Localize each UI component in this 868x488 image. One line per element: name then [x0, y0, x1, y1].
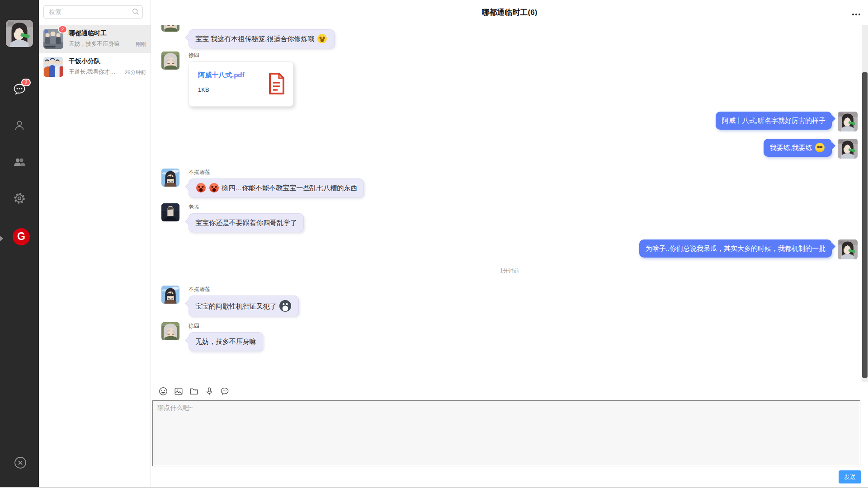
avatar[interactable] [161, 169, 179, 187]
emoji-icon[interactable] [158, 386, 168, 396]
chat-item-title: 干饭小分队 [69, 57, 100, 66]
message-text: 为啥子..你们总说我呆瓜，其实大多的时候，我都机制的一批 [646, 244, 826, 252]
sender-name: 徐四 [189, 322, 263, 330]
message-bubble: 宝宝的间歇性机智证又犯了 [189, 296, 299, 316]
avatar[interactable] [161, 52, 179, 70]
more-icon[interactable] [851, 12, 862, 17]
expand-arrow-icon[interactable] [0, 236, 3, 241]
avatar[interactable] [161, 286, 179, 304]
message-bubble: 宝宝 我这有本祖传秘笈,很适合你修炼哦 [189, 29, 335, 48]
chat-item-badge: 2 [58, 25, 67, 33]
chat-item-avatar [43, 57, 63, 77]
avatar[interactable] [161, 25, 179, 32]
mic-icon[interactable] [204, 386, 214, 396]
chat-item-preview: 王道长,我看你才… [69, 68, 115, 76]
message-input[interactable] [152, 400, 860, 466]
composer-toolbar [158, 386, 230, 396]
message-row: 不摇碧莲 徐四…你能不能不教宝宝一些乱七八糟的东西 [161, 169, 858, 197]
send-button[interactable]: 发送 [839, 470, 861, 483]
user-avatar[interactable] [6, 20, 33, 47]
composer: 发送 [151, 382, 868, 488]
message-text: 无妨，技多不压身嘛 [195, 338, 256, 345]
message-row: 不摇碧莲 宝宝的间歇性机智证又犯了 [161, 286, 858, 316]
sender-name: 不摇碧莲 [189, 286, 299, 293]
folder-icon[interactable] [189, 386, 199, 396]
chat-header: 哪都通临时工(6) [151, 0, 868, 25]
message-row: 为啥子..你们总说我呆瓜，其实大多的时候，我都机制的一批 [161, 239, 858, 259]
sender-name: 老孟 [189, 203, 304, 211]
message-text: 徐四…你能不能不教宝宝一些乱七八糟的东西 [195, 184, 357, 192]
sidebar-item-settings[interactable] [0, 192, 39, 207]
scrollbar-thumb[interactable] [862, 72, 868, 378]
search-input[interactable] [43, 5, 143, 19]
message-row: 我要练,我要练 [161, 139, 858, 159]
message-row: 阿威十八式,听名字就好厉害的样子 [161, 112, 858, 131]
message-text: 宝宝你还是不要跟着你四哥乱学了 [195, 219, 297, 226]
avatar[interactable] [838, 239, 858, 259]
message-text: 宝宝的间歇性机智证又犯了 [195, 302, 292, 310]
chat-title: 哪都通临时工(6) [151, 0, 868, 25]
message-text: 我要练,我要练 [770, 144, 826, 151]
unread-badge: 2 [21, 79, 31, 86]
chat-item-title: 哪都通临时工 [69, 29, 107, 38]
pdf-icon [268, 72, 286, 95]
sidebar: 2 G [0, 0, 39, 488]
avatar[interactable] [161, 322, 179, 340]
chat-list-item[interactable]: 干饭小分队 王道长,我看你才… 26分钟前 [39, 53, 151, 81]
message-row: 宝宝 我这有本祖传秘笈,很适合你修炼哦 [161, 29, 858, 48]
avatar[interactable] [838, 112, 858, 131]
scrollbar-track [862, 25, 868, 382]
message-bubble: 阿威十八式,听名字就好厉害的样子 [716, 112, 832, 130]
chat-list-item-selected[interactable]: 2 哪都通临时工 无妨，技多不压身嘛 刚刚 [39, 25, 151, 53]
chat-item-time: 刚刚 [136, 41, 146, 48]
app-logo: G [13, 228, 30, 245]
conversation-panel: 哪都通临时工(6) 宝宝 我这有本祖传秘笈,很适合你修炼哦 徐四 阿威十八式.p… [151, 0, 868, 488]
gear-icon [13, 192, 26, 207]
search-bar [43, 5, 143, 19]
chat-list-panel: 2 哪都通临时工 无妨，技多不压身嘛 刚刚 干饭小分队 王道长,我看你才… 26… [39, 0, 151, 488]
image-icon[interactable] [174, 386, 184, 396]
sender-name: 徐四 [189, 52, 293, 59]
message-bubble: 徐四…你能不能不教宝宝一些乱七八糟的东西 [189, 178, 364, 197]
message-row: 徐四 无妨，技多不压身嘛 [161, 322, 858, 351]
chat-item-time: 26分钟前 [125, 69, 146, 76]
search-icon[interactable] [132, 8, 140, 16]
sidebar-item-groups[interactable] [0, 155, 39, 171]
message-bubble: 为啥子..你们总说我呆瓜，其实大多的时候，我都机制的一批 [639, 239, 832, 258]
avatar[interactable] [161, 203, 179, 221]
message-row: 老孟 宝宝你还是不要跟着你四哥乱学了 [161, 203, 858, 232]
message-text: 阿威十八式,听名字就好厉害的样子 [722, 117, 826, 124]
file-card[interactable]: 阿威十八式.pdf 1KB [189, 61, 293, 107]
sidebar-item-contacts[interactable] [0, 119, 39, 134]
chat-item-preview: 无妨，技多不压身嘛 [69, 40, 120, 48]
message-icon[interactable] [220, 386, 230, 396]
message-bubble: 宝宝你还是不要跟着你四哥乱学了 [189, 213, 304, 232]
sidebar-item-chats[interactable]: 2 [0, 82, 39, 98]
contact-icon [13, 119, 26, 134]
avatar[interactable] [838, 139, 858, 159]
time-divider: 1分钟前 [161, 267, 858, 275]
message-text: 宝宝 我这有本祖传秘笈,很适合你修炼哦 [195, 35, 328, 42]
message-row: 徐四 阿威十八式.pdf 1KB [161, 52, 858, 107]
close-icon[interactable] [14, 456, 27, 469]
message-list: 宝宝 我这有本祖传秘笈,很适合你修炼哦 徐四 阿威十八式.pdf 1KB 阿威十… [151, 25, 862, 382]
app-logo-letter: G [17, 230, 25, 242]
message-bubble: 无妨，技多不压身嘛 [189, 332, 263, 351]
sender-name: 不摇碧莲 [189, 169, 364, 176]
message-bubble: 我要练,我要练 [764, 139, 832, 157]
group-icon [13, 155, 26, 171]
